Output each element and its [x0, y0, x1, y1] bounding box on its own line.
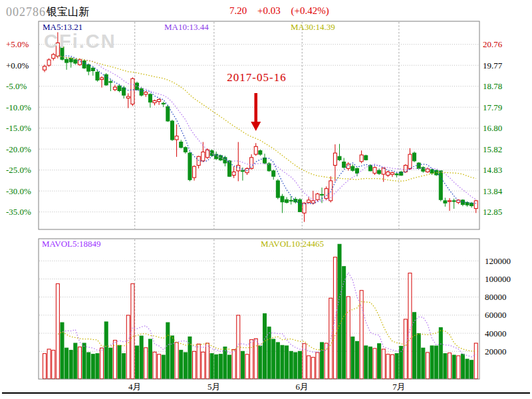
volume-bar	[131, 284, 134, 379]
volume-bar	[241, 351, 244, 378]
volume-axis-tick: 80000	[485, 292, 507, 302]
volume-bar	[118, 345, 121, 378]
pct-axis-tick: -25.0%	[6, 165, 31, 175]
candle	[276, 181, 279, 198]
volume-bar	[210, 354, 213, 379]
volume-bar	[457, 356, 460, 379]
volume-bar	[144, 348, 148, 379]
candle	[144, 92, 148, 94]
pct-axis-tick: -15.0%	[6, 123, 31, 133]
volume-bar	[342, 267, 346, 379]
volume-bar	[307, 356, 311, 379]
volume-bar	[162, 355, 165, 378]
candlestick-series	[43, 32, 478, 221]
candle	[316, 194, 319, 200]
volume-bar	[404, 319, 407, 378]
volume-bar	[197, 344, 200, 378]
volume-bar	[245, 354, 249, 379]
volume-bar	[232, 350, 235, 379]
candle	[232, 172, 235, 175]
volume-bar	[289, 351, 293, 378]
volume-bar	[435, 346, 438, 378]
candle	[272, 171, 275, 176]
candle	[444, 201, 447, 203]
volume-bar	[184, 352, 187, 378]
price-pane-border	[39, 21, 479, 229]
candle	[100, 78, 104, 80]
candle	[289, 200, 293, 201]
volume-bar	[223, 347, 227, 379]
ma30-label: MA30:14.39	[291, 23, 335, 32]
candle	[466, 202, 469, 205]
price-axis-tick: 12.85	[483, 207, 502, 217]
volume-bar	[448, 353, 452, 379]
volume-bar	[219, 354, 222, 379]
price-quote: 7.20 +0.03 (+0.42%)	[229, 5, 337, 17]
volume-bar	[386, 354, 390, 379]
pct-axis-tick: +0.0%	[6, 61, 29, 70]
volume-bar	[263, 314, 267, 379]
candle	[408, 154, 412, 168]
volume-bar	[368, 347, 372, 379]
ma10-label: MA10:13.44	[164, 23, 209, 32]
candle	[325, 189, 328, 199]
annotation-arrow-icon	[251, 93, 261, 131]
candle	[91, 68, 94, 70]
last-price: 7.20	[229, 5, 247, 16]
volume-bar	[430, 346, 434, 378]
candle	[430, 170, 434, 173]
candle	[188, 153, 192, 180]
volume-bar	[52, 350, 55, 379]
candle	[197, 156, 200, 165]
volume-bar	[109, 348, 112, 378]
volume-bar	[382, 349, 385, 378]
volume-bar	[303, 344, 306, 379]
stock-name: 银宝山新	[47, 6, 89, 18]
candle	[321, 194, 324, 195]
candle	[285, 200, 289, 202]
price-change: +0.03	[257, 5, 281, 16]
volume-bar	[205, 343, 209, 378]
candle	[166, 106, 170, 121]
volume-bar	[351, 337, 354, 379]
candle	[356, 168, 359, 173]
candle	[140, 88, 143, 95]
volume-bar	[43, 354, 47, 379]
candle	[395, 174, 398, 175]
candle	[378, 170, 381, 174]
volume-bar	[259, 346, 262, 378]
candle	[184, 148, 187, 152]
candle	[281, 196, 284, 202]
stock-chart-screen: +5.0%20.76+0.0%19.77-5.0%18.78-10.0%17.7…	[0, 0, 532, 399]
volume-bar	[140, 336, 143, 378]
candle	[96, 72, 99, 80]
candle	[193, 166, 196, 178]
candle	[382, 168, 385, 174]
candle	[338, 156, 341, 160]
annotation-arrow-shaft	[254, 93, 257, 122]
volume-bar	[158, 354, 161, 379]
volume-series	[43, 244, 478, 378]
candle	[342, 162, 346, 168]
volume-bar	[390, 354, 394, 378]
annotation-arrow-head	[251, 122, 261, 131]
volume-bar	[452, 355, 456, 378]
volume-bar	[325, 343, 328, 378]
bottom-divider	[2, 392, 530, 394]
volume-bar	[74, 343, 77, 378]
volume-bar	[444, 354, 447, 379]
pct-axis-tick: -20.0%	[6, 144, 31, 154]
annotation-date-label: 2017-05-16	[216, 72, 297, 84]
mavol5-label: MAVOL5:18849	[42, 239, 101, 249]
candle	[109, 82, 112, 82]
cfi-watermark: CFi.CN	[44, 31, 116, 53]
candle	[307, 200, 311, 203]
candle	[390, 173, 394, 175]
candle	[131, 78, 134, 104]
candle	[153, 100, 156, 102]
candle	[65, 59, 68, 63]
candle	[298, 200, 301, 211]
candle	[452, 201, 456, 201]
candle	[175, 136, 178, 140]
candle	[158, 100, 161, 102]
